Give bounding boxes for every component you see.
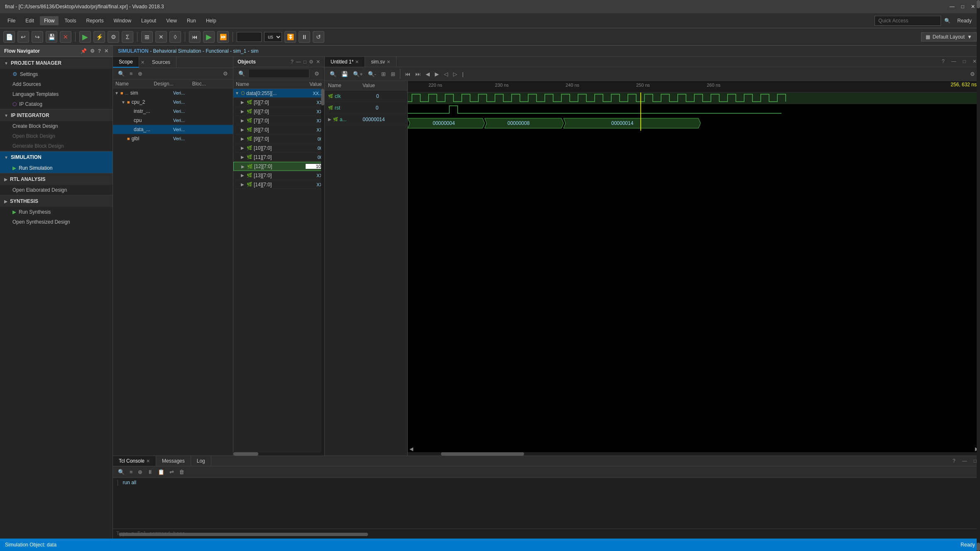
- nav-run-synthesis[interactable]: ▶ Run Synthesis: [0, 207, 113, 217]
- nav-run-simulation[interactable]: ▶ Run Simulation: [0, 163, 113, 173]
- wave-max-btn[interactable]: □: [960, 57, 969, 67]
- wave-zoom-in-btn[interactable]: 🔍+: [351, 70, 365, 78]
- tcl-min-btn[interactable]: —: [959, 456, 970, 466]
- wave-cursor-btn[interactable]: ⊞: [389, 70, 397, 78]
- obj-scrollbar-thumb[interactable]: [321, 89, 324, 105]
- new-file-btn[interactable]: 📄: [3, 31, 15, 43]
- tcl-filter-btn[interactable]: ≡: [128, 468, 135, 476]
- scope-expand-btn[interactable]: ⊕: [136, 70, 144, 78]
- obj-row-5[interactable]: ▶ 🌿 [5][7:0] XX: [233, 98, 324, 107]
- objects-help-btn[interactable]: ?: [291, 59, 294, 65]
- wave-scroll-left-btn[interactable]: ◀: [408, 446, 414, 452]
- menu-reports[interactable]: Reports: [82, 16, 108, 25]
- objects-close-btn[interactable]: ✕: [316, 59, 320, 65]
- nav-open-synthesized[interactable]: Open Synthesized Design: [0, 217, 113, 227]
- tcl-help-btn[interactable]: ?: [949, 456, 959, 466]
- scope-close-btn[interactable]: ✕: [139, 57, 146, 68]
- tcl-expand-btn[interactable]: ⊕: [136, 468, 144, 476]
- program-btn[interactable]: ⚡: [93, 31, 105, 43]
- nav-add-sources[interactable]: Add Sources: [0, 79, 113, 89]
- scope-row-instr[interactable]: instr_... Veri...: [113, 107, 233, 116]
- play-btn[interactable]: ▶: [203, 31, 215, 43]
- wave-help-btn[interactable]: ?: [938, 57, 948, 67]
- tcl-search-btn[interactable]: 🔍: [116, 468, 126, 476]
- obj-row-11[interactable]: ▶ 🌿 [11][7:0] 00: [233, 153, 324, 162]
- obj-scrollbar[interactable]: [321, 89, 324, 456]
- obj-row-9[interactable]: ▶ 🌿 [9][7:0] 00: [233, 134, 324, 144]
- wave-settings-btn[interactable]: ⚙: [968, 70, 977, 78]
- menu-window[interactable]: Window: [109, 16, 135, 25]
- save-btn[interactable]: 💾: [46, 31, 57, 43]
- nav-language-templates[interactable]: Language Templates: [0, 89, 113, 99]
- redo-btn[interactable]: ↪: [32, 31, 43, 43]
- tcl-hscrollbar[interactable]: [119, 533, 977, 536]
- nav-generate-block-design[interactable]: Generate Block Design: [0, 141, 113, 151]
- menu-file[interactable]: File: [3, 16, 20, 25]
- nav-settings-icon[interactable]: ⚙: [90, 48, 95, 54]
- menu-layout[interactable]: Layout: [137, 16, 160, 25]
- wave-search-btn[interactable]: 🔍: [328, 70, 338, 78]
- scope-settings-btn[interactable]: ⚙: [221, 70, 230, 78]
- time-value-input[interactable]: 10: [237, 32, 262, 42]
- wave-tab-simsv-close-icon[interactable]: ✕: [387, 59, 390, 65]
- tcl-wrap-btn[interactable]: ⇌: [168, 468, 176, 476]
- tab-log[interactable]: Log: [191, 456, 211, 466]
- scope-filter-btn[interactable]: ≡: [128, 70, 135, 78]
- tcl-tab-close-icon[interactable]: ✕: [146, 458, 150, 464]
- nav-pin-icon[interactable]: 📌: [81, 48, 87, 54]
- wave-hscrollbar-thumb[interactable]: [441, 452, 524, 456]
- nav-ip-catalog[interactable]: ⬡ IP Catalog: [0, 99, 113, 109]
- sim-btn2[interactable]: ✕: [155, 31, 167, 43]
- nav-help-icon[interactable]: ?: [98, 48, 101, 54]
- wave-tab-simsv[interactable]: sim.sv ✕: [365, 57, 397, 67]
- wave-zoom-out-btn[interactable]: 🔍-: [366, 70, 378, 78]
- wave-prev-btn[interactable]: ◀: [424, 70, 431, 78]
- tab-messages[interactable]: Messages: [156, 456, 191, 466]
- scope-row-data[interactable]: data_... Veri...: [113, 125, 233, 134]
- menu-help[interactable]: Help: [202, 16, 220, 25]
- quick-access-input[interactable]: [875, 16, 941, 26]
- wave-display[interactable]: 256, 632 ns 220 ns 230 ns 240 ns 250 ns …: [408, 81, 980, 456]
- section-rtl-analysis[interactable]: ▶ RTL ANALYSIS: [0, 173, 113, 185]
- obj-settings-btn[interactable]: ⚙: [313, 70, 321, 78]
- menu-flow[interactable]: Flow: [40, 16, 59, 25]
- analyze-btn[interactable]: Σ: [122, 31, 133, 43]
- obj-row-7[interactable]: ▶ 🌿 [7][7:0] XX: [233, 116, 324, 125]
- wave-min-btn[interactable]: —: [948, 57, 960, 67]
- tab-tcl-console[interactable]: Tcl Console ✕: [113, 456, 156, 466]
- tcl-vscrollbar[interactable]: [977, 46, 980, 539]
- wave-row-clk[interactable]: 🌿 clk 0: [325, 90, 407, 102]
- scope-search-btn[interactable]: 🔍: [116, 70, 126, 78]
- obj-row-12[interactable]: ▶ 🌿 [12][7:0] 10: [233, 162, 324, 171]
- minimize-button[interactable]: —: [950, 4, 955, 10]
- tcl-hscrollbar-thumb[interactable]: [119, 533, 368, 536]
- scope-row-sim[interactable]: ▼ ■ ... sim Veri...: [113, 88, 233, 98]
- obj-row-8[interactable]: ▶ 🌿 [8][7:0] XX: [233, 125, 324, 134]
- sim-btn1[interactable]: ⊞: [141, 31, 153, 43]
- obj-row-10[interactable]: ▶ 🌿 [10][7:0] 00: [233, 144, 324, 153]
- tab-sources[interactable]: Sources: [146, 57, 176, 68]
- scope-row-cpu[interactable]: cpu Veri...: [113, 116, 233, 125]
- obj-search-input[interactable]: [248, 69, 309, 78]
- objects-max-btn[interactable]: □: [304, 59, 306, 65]
- wave-go-start-btn[interactable]: ⏮: [403, 70, 412, 78]
- sim-btn3[interactable]: ◊: [169, 31, 181, 43]
- nav-close-icon[interactable]: ✕: [104, 48, 108, 54]
- obj-row-6[interactable]: ▶ 🌿 [6][7:0] XX: [233, 107, 324, 116]
- wave-tab-untitled-close-icon[interactable]: ✕: [355, 59, 359, 65]
- maximize-button[interactable]: □: [961, 4, 964, 10]
- pause-btn[interactable]: ⏸: [299, 31, 310, 43]
- wave-cur-prev-btn[interactable]: ◁: [442, 70, 450, 78]
- wave-tab-untitled[interactable]: Untitled 1* ✕: [325, 57, 365, 67]
- wave-cur-next-btn[interactable]: ▷: [451, 70, 459, 78]
- tcl-copy-btn[interactable]: 📋: [156, 468, 166, 476]
- nav-create-block-design[interactable]: Create Block Design: [0, 121, 113, 131]
- wave-add-mark-btn[interactable]: |: [461, 70, 465, 78]
- wave-next-btn[interactable]: ▶: [433, 70, 441, 78]
- wave-hscrollbar[interactable]: [408, 452, 980, 456]
- nav-open-block-design[interactable]: Open Block Design: [0, 131, 113, 141]
- time-unit-select[interactable]: us ns ps: [264, 32, 282, 42]
- scope-row-cpu2[interactable]: ▼ ■ cpu_2 Veri...: [113, 98, 233, 107]
- tcl-pause-btn[interactable]: ⏸: [146, 468, 154, 476]
- nav-settings[interactable]: ⚙ Settings: [0, 69, 113, 79]
